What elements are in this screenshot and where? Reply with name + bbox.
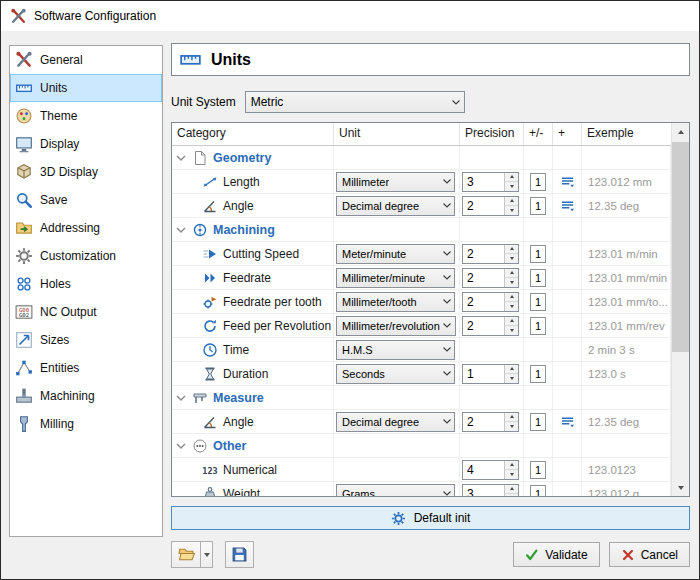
- table-row-numerical[interactable]: 123Numerical41123.0123: [172, 458, 671, 482]
- table-row-feed-per-revolution[interactable]: Feed per RevolutionMillimeter/revolution…: [172, 314, 671, 338]
- spin-up-button[interactable]: [505, 245, 518, 255]
- precision-spinbox-feedrate-per-tooth[interactable]: 2: [462, 292, 519, 312]
- table-scrollbar[interactable]: [671, 123, 689, 496]
- precision-spinbox-numerical[interactable]: 4: [462, 460, 519, 480]
- tolerance-input-feedrate[interactable]: 1: [530, 269, 546, 287]
- precision-spinbox-feed-per-revolution[interactable]: 2: [462, 316, 519, 336]
- unit-cell: Seconds: [334, 362, 460, 385]
- sidebar-item-theme[interactable]: Theme: [10, 102, 162, 130]
- scrollbar-track[interactable]: [672, 140, 689, 479]
- scroll-up-button[interactable]: [672, 123, 689, 140]
- sidebar-item-display[interactable]: Display: [10, 130, 162, 158]
- unit-select-weight[interactable]: Grams: [336, 484, 455, 497]
- table-row-feedrate-per-tooth[interactable]: Feedrate per toothMillimeter/tooth21123.…: [172, 290, 671, 314]
- unit-select-cutting-speed[interactable]: Meter/minute: [336, 244, 455, 264]
- precision-spinbox-angle[interactable]: 2: [462, 412, 519, 432]
- spin-up-button[interactable]: [505, 461, 518, 471]
- group-row-measure[interactable]: Measure: [172, 386, 671, 410]
- spin-up-button[interactable]: [505, 365, 518, 375]
- save-file-button[interactable]: [225, 541, 254, 568]
- sidebar-item-sizes[interactable]: Sizes: [10, 326, 162, 354]
- spin-down-button[interactable]: [505, 182, 518, 191]
- table-row-time[interactable]: TimeH.M.S2 min 3 s: [172, 338, 671, 362]
- table-row-angle[interactable]: AngleDecimal degree2112.35 deg: [172, 194, 671, 218]
- spin-up-button[interactable]: [505, 413, 518, 423]
- unit-select-angle[interactable]: Decimal degree: [336, 196, 455, 216]
- precision-spinbox-angle[interactable]: 2: [462, 196, 519, 216]
- sidebar-item-3d-display[interactable]: 3D Display: [10, 158, 162, 186]
- default-init-button[interactable]: Default init: [171, 506, 690, 530]
- sidebar-item-nc-output[interactable]: G00G02NC Output: [10, 298, 162, 326]
- cancel-button[interactable]: Cancel: [609, 542, 690, 567]
- spin-up-button[interactable]: [505, 197, 518, 207]
- precision-spinbox-length[interactable]: 3: [462, 172, 519, 192]
- table-row-angle[interactable]: AngleDecimal degree2112.35 deg: [172, 410, 671, 434]
- unit-select-time[interactable]: H.M.S: [336, 340, 455, 360]
- spin-down-button[interactable]: [505, 302, 518, 311]
- scrollbar-thumb[interactable]: [672, 142, 689, 352]
- arrow-down-icon: [510, 473, 514, 476]
- unit-system-row: Unit System Metric: [171, 91, 690, 113]
- title-bar[interactable]: Software Configuration: [1, 1, 699, 31]
- unit-select-feed-per-revolution[interactable]: Millimeter/revolution: [336, 316, 456, 336]
- spin-down-button[interactable]: [505, 254, 518, 263]
- unit-cell: [334, 434, 460, 457]
- spin-down-button[interactable]: [505, 470, 518, 479]
- open-file-dropdown[interactable]: [200, 541, 213, 568]
- tolerance-input-feed-per-revolution[interactable]: 1: [530, 317, 546, 335]
- unit-select-length[interactable]: Millimeter: [336, 172, 455, 192]
- spin-down-button[interactable]: [505, 206, 518, 215]
- sidebar-item-addressing[interactable]: Addressing: [10, 214, 162, 242]
- open-file-button[interactable]: [171, 541, 200, 568]
- format-list-button-angle[interactable]: [560, 414, 575, 429]
- group-row-machining[interactable]: Machining: [172, 218, 671, 242]
- sidebar-item-milling[interactable]: Milling: [10, 410, 162, 438]
- spin-down-button[interactable]: [505, 326, 518, 335]
- unit-select-angle[interactable]: Decimal degree: [336, 412, 455, 432]
- spin-up-button[interactable]: [505, 317, 518, 327]
- sidebar-item-general[interactable]: General: [10, 46, 162, 74]
- precision-spinbox-weight[interactable]: 3: [462, 484, 519, 497]
- sidebar-item-customization[interactable]: Customization: [10, 242, 162, 270]
- tolerance-input-numerical[interactable]: 1: [530, 461, 546, 479]
- sidebar-item-machining[interactable]: Machining: [10, 382, 162, 410]
- tolerance-input-angle[interactable]: 1: [530, 413, 546, 431]
- precision-spinbox-cutting-speed[interactable]: 2: [462, 244, 519, 264]
- spin-down-button[interactable]: [505, 374, 518, 383]
- precision-spinbox-feedrate[interactable]: 2: [462, 268, 519, 288]
- scroll-down-button[interactable]: [672, 479, 689, 496]
- sidebar-item-entities[interactable]: Entities: [10, 354, 162, 382]
- precision-spinbox-duration[interactable]: 1: [462, 364, 519, 384]
- group-row-geometry[interactable]: Geometry: [172, 146, 671, 170]
- tolerance-input-length[interactable]: 1: [530, 173, 546, 191]
- spin-down-button[interactable]: [505, 278, 518, 287]
- unit-cell: Millimeter/revolution: [334, 314, 460, 337]
- tolerance-input-cutting-speed[interactable]: 1: [530, 245, 546, 263]
- tolerance-input-angle[interactable]: 1: [530, 197, 546, 215]
- tolerance-input-duration[interactable]: 1: [530, 365, 546, 383]
- spin-up-button[interactable]: [505, 173, 518, 183]
- format-list-button-angle[interactable]: [560, 198, 575, 213]
- format-list-button-length[interactable]: [560, 174, 575, 189]
- sidebar-item-save[interactable]: Save: [10, 186, 162, 214]
- table-row-length[interactable]: LengthMillimeter31123.012 mm: [172, 170, 671, 194]
- spin-down-button[interactable]: [505, 422, 518, 431]
- unit-select-duration[interactable]: Seconds: [336, 364, 455, 384]
- spin-up-button[interactable]: [505, 293, 518, 303]
- sidebar-item-holes[interactable]: Holes: [10, 270, 162, 298]
- tolerance-input-feedrate-per-tooth[interactable]: 1: [530, 293, 546, 311]
- table-row-weight[interactable]: WeightGrams31123.012 g: [172, 482, 671, 496]
- table-row-feedrate[interactable]: FeedrateMillimeter/minute21123.01 mm/min: [172, 266, 671, 290]
- spin-up-button[interactable]: [505, 485, 518, 495]
- group-row-other[interactable]: Other: [172, 434, 671, 458]
- validate-button[interactable]: Validate: [513, 542, 599, 567]
- sidebar-item-units[interactable]: Units: [10, 74, 162, 102]
- table-row-cutting-speed[interactable]: Cutting SpeedMeter/minute21123.01 m/min: [172, 242, 671, 266]
- unit-select-feedrate[interactable]: Millimeter/minute: [336, 268, 455, 288]
- spin-down-button[interactable]: [505, 494, 518, 496]
- tolerance-input-weight[interactable]: 1: [530, 485, 546, 497]
- spin-up-button[interactable]: [505, 269, 518, 279]
- table-row-duration[interactable]: DurationSeconds11123.0 s: [172, 362, 671, 386]
- unit-select-feedrate-per-tooth[interactable]: Millimeter/tooth: [336, 292, 455, 312]
- unit-system-select[interactable]: Metric: [245, 91, 465, 113]
